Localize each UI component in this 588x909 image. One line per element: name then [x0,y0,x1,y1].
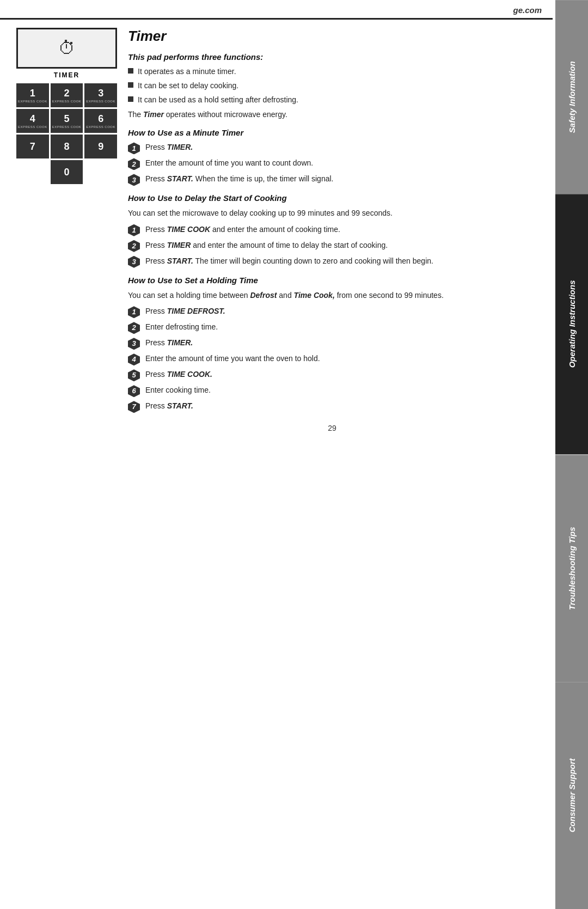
hold-step-3: 3 Press TIMER. [128,337,536,350]
key-3[interactable]: 3EXPRESS COOK [84,83,117,107]
bullet-square-1 [128,68,133,74]
delay-step-2: 2 Press TIMER and enter the amount of ti… [128,240,536,252]
key-6[interactable]: 6EXPRESS COOK [84,109,117,133]
step-num-2: 2 [128,158,140,170]
intro-heading: This pad performs three functions: [128,52,536,62]
minute-timer-step-3: 3 Press START. When the time is up, the … [128,173,536,186]
delay-step-num-2: 2 [128,240,140,252]
delay-step-num-3: 3 [128,256,140,268]
hold-step-4: 4 Enter the amount of time you want the … [128,353,536,365]
keypad-panel: ⏱ TIMER 1EXPRESS COOK 2EXPRESS COOK 3EXP… [16,28,117,443]
tab-safety[interactable]: Safety Information [555,0,588,194]
hold-step-text-6: Enter cooking time. [145,385,536,396]
bullet-square-3 [128,96,133,102]
content-wrapper: ⏱ TIMER 1EXPRESS COOK 2EXPRESS COOK 3EXP… [0,28,553,443]
hold-step-text-5: Press TIME COOK. [145,369,536,380]
bullet-2: It can be set to delay cooking. [128,80,536,91]
step-num-1: 1 [128,142,140,154]
hold-step-num-2: 2 [128,322,140,334]
tab-operating[interactable]: Operating Instructions [555,194,588,454]
hold-step-num-6: 6 [128,385,140,397]
key-4[interactable]: 4EXPRESS COOK [16,109,49,133]
page-header: ge.com [0,0,553,20]
step-text-3: Press START. When the time is up, the ti… [145,173,536,185]
minute-timer-heading: How to Use as a Minute Timer [128,128,536,137]
holding-time-intro: You can set a holding time between Defro… [128,289,536,301]
keypad-grid: 1EXPRESS COOK 2EXPRESS COOK 3EXPRESS COO… [16,83,117,184]
hold-step-num-1: 1 [128,306,140,318]
hold-step-text-1: Press TIME DEFROST. [145,306,536,317]
hold-step-num-7: 7 [128,401,140,413]
bullet-1: It operates as a minute timer. [128,66,536,77]
website-url: ge.com [513,5,542,15]
minute-timer-step-2: 2 Enter the amount of time you want to c… [128,157,536,170]
key-7[interactable]: 7 [16,135,49,158]
bullet-3: It can be used as a hold setting after d… [128,94,536,106]
minute-timer-step-1: 1 Press TIMER. [128,142,536,154]
clock-icon: ⏱ [58,38,76,58]
minute-timer-steps: 1 Press TIMER. 2 Enter the amount of tim… [128,142,536,186]
delay-step-text-3: Press START. The timer will begin counti… [145,255,536,267]
key-5[interactable]: 5EXPRESS COOK [51,109,83,133]
right-tabs: Safety Information Operating Instruction… [555,0,588,909]
tab-consumer[interactable]: Consumer Support [555,682,588,909]
delay-start-intro: You can set the microwave to delay cooki… [128,207,536,219]
hold-step-text-4: Enter the amount of time you want the ov… [145,353,536,364]
hold-step-text-7: Press START. [145,400,536,412]
tab-troubleshooting[interactable]: Troubleshooting Tips [555,455,588,682]
delay-step-1: 1 Press TIME COOK and enter the amount o… [128,224,536,236]
delay-step-text-1: Press TIME COOK and enter the amount of … [145,224,536,235]
hold-step-text-2: Enter defrosting time. [145,321,536,333]
hold-step-num-5: 5 [128,369,140,381]
key-9[interactable]: 9 [84,135,117,158]
delay-start-steps: 1 Press TIME COOK and enter the amount o… [128,224,536,268]
key-2[interactable]: 2EXPRESS COOK [51,83,83,107]
holding-time-steps: 1 Press TIME DEFROST. 2 Enter defrosting… [128,306,536,413]
hold-step-6: 6 Enter cooking time. [128,385,536,397]
key-8[interactable]: 8 [51,135,83,158]
hold-step-text-3: Press TIMER. [145,337,536,349]
main-content: ge.com ⏱ TIMER 1EXPRESS COOK 2EXPRESS CO… [0,0,553,443]
delay-step-num-1: 1 [128,224,140,236]
page-number: 29 [128,424,536,443]
timer-label: TIMER [16,71,117,79]
delay-step-3: 3 Press START. The timer will begin coun… [128,255,536,268]
text-section: Timer This pad performs three functions:… [128,28,536,443]
key-1[interactable]: 1EXPRESS COOK [16,83,49,107]
holding-time-heading: How to Use to Set a Holding Time [128,276,536,285]
hold-step-1: 1 Press TIME DEFROST. [128,306,536,318]
hold-step-2: 2 Enter defrosting time. [128,321,536,334]
key-0[interactable]: 0 [51,160,83,184]
bullet-square-2 [128,82,133,88]
hold-step-5: 5 Press TIME COOK. [128,369,536,381]
hold-step-7: 7 Press START. [128,400,536,413]
keypad-display: ⏱ [16,28,117,69]
delay-start-heading: How to Use to Delay the Start of Cooking [128,193,536,203]
timer-note: The Timer operates without microwave ene… [128,108,536,120]
hold-step-num-3: 3 [128,338,140,350]
delay-step-text-2: Press TIMER and enter the amount of time… [145,240,536,251]
hold-step-num-4: 4 [128,353,140,365]
step-text-1: Press TIMER. [145,142,536,153]
step-num-3: 3 [128,174,140,186]
page-title: Timer [128,28,536,45]
step-text-2: Enter the amount of time you want to cou… [145,157,536,169]
